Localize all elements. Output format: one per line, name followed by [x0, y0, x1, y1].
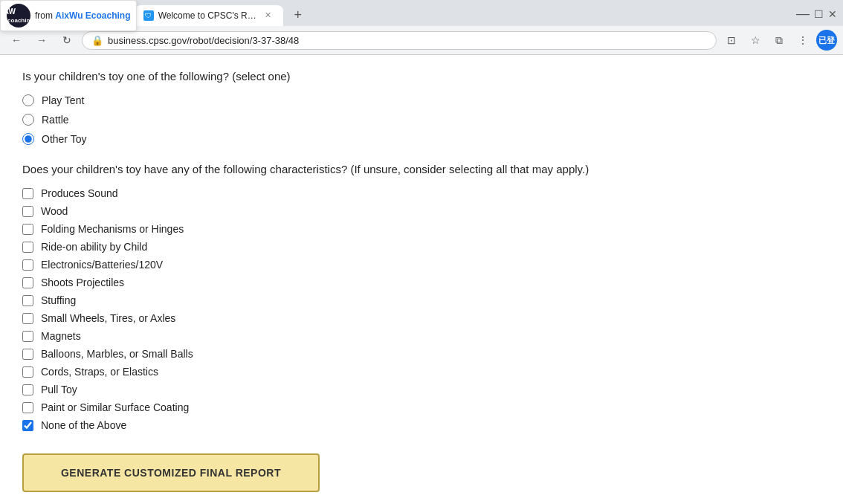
window-minimize[interactable]: —: [796, 6, 810, 22]
radio-other-toy[interactable]: [22, 133, 34, 145]
checkbox-label-cords: Cords, Straps, or Elastics: [41, 366, 158, 378]
checkbox-item-produces-sound[interactable]: Produces Sound: [22, 187, 647, 199]
checkbox-magnets[interactable]: [22, 331, 33, 342]
checkbox-paint[interactable]: [22, 402, 33, 413]
checkbox-item-wood[interactable]: Wood: [22, 205, 647, 217]
radio-label-rattle: Rattle: [42, 114, 69, 126]
page-content: Is your children's toy one of the follow…: [0, 55, 669, 504]
checkbox-pull-toy[interactable]: [22, 384, 33, 395]
checkbox-label-ride-on: Ride-on ability by Child: [41, 241, 147, 253]
checkbox-label-paint: Paint or Similar Surface Coating: [41, 401, 189, 413]
lock-icon: 🔒: [91, 35, 103, 46]
tab-cpsc-title: Welcome to CPSC's Regulatory R...: [158, 10, 258, 21]
checkbox-group-characteristics: Produces Sound Wood Folding Mechanisms o…: [22, 187, 647, 431]
forward-button[interactable]: →: [31, 30, 52, 51]
address-text: business.cpsc.gov/robot/decision/3-37-38…: [108, 35, 299, 46]
radio-rattle[interactable]: [22, 114, 34, 126]
checkbox-none[interactable]: [22, 420, 33, 431]
radio-group-toy-type: Play Tent Rattle Other Toy: [22, 94, 647, 145]
checkbox-label-wood: Wood: [41, 205, 68, 217]
window-close[interactable]: ✕: [828, 8, 837, 20]
checkbox-produces-sound[interactable]: [22, 188, 33, 199]
question2-title: Does your children's toy have any of the…: [22, 163, 647, 175]
checkbox-shoots[interactable]: [22, 277, 33, 288]
checkbox-ride-on[interactable]: [22, 242, 33, 253]
checkbox-item-none[interactable]: None of the Above: [22, 419, 647, 431]
checkbox-wood[interactable]: [22, 206, 33, 217]
radio-label-other-toy: Other Toy: [42, 133, 86, 145]
checkbox-small-wheels[interactable]: [22, 313, 33, 324]
checkbox-item-ride-on[interactable]: Ride-on ability by Child: [22, 241, 647, 253]
checkbox-folding[interactable]: [22, 224, 33, 235]
checkbox-item-small-wheels[interactable]: Small Wheels, Tires, or Axles: [22, 312, 647, 324]
back-button[interactable]: ←: [6, 30, 27, 51]
checkbox-label-small-wheels: Small Wheels, Tires, or Axles: [41, 312, 175, 324]
checkbox-electronics[interactable]: [22, 259, 33, 271]
checkbox-item-cords[interactable]: Cords, Straps, or Elastics: [22, 366, 647, 378]
tab-cpsc-favicon: 🛡: [143, 10, 154, 21]
toolbar-icons: ⊡ ☆ ⧉ ⋮ 已登: [721, 30, 837, 51]
tab-cpsc-close[interactable]: ✕: [262, 10, 274, 22]
radio-label-play-tent: Play Tent: [42, 94, 84, 106]
radio-item-play-tent[interactable]: Play Tent: [22, 94, 647, 106]
address-box[interactable]: 🔒 business.cpsc.gov/robot/decision/3-37-…: [82, 31, 717, 50]
checkbox-item-shoots[interactable]: Shoots Projectiles: [22, 277, 647, 288]
aixwu-tooltip: AWEcoaching from AixWu Ecoaching: [0, 0, 137, 31]
checkbox-cords[interactable]: [22, 366, 33, 378]
checkbox-label-magnets: Magnets: [41, 330, 81, 342]
profile-button[interactable]: 已登: [816, 30, 837, 51]
aixwu-logo: AWEcoaching: [7, 4, 30, 28]
checkbox-item-pull-toy[interactable]: Pull Toy: [22, 384, 647, 395]
tab-cpsc[interactable]: 🛡 Welcome to CPSC's Regulatory R... ✕: [135, 5, 283, 26]
checkbox-label-stuffing: Stuffing: [41, 294, 76, 306]
checkbox-item-folding[interactable]: Folding Mechanisms or Hinges: [22, 223, 647, 235]
checkbox-item-balloons[interactable]: Balloons, Marbles, or Small Balls: [22, 348, 647, 360]
checkbox-label-produces-sound: Produces Sound: [41, 187, 118, 199]
radio-play-tent[interactable]: [22, 94, 34, 106]
browser-chrome: AWEcoaching from AixWu Ecoaching 文 文 三家書…: [0, 0, 843, 55]
checkbox-label-shoots: Shoots Projectiles: [41, 277, 124, 288]
menu-icon[interactable]: ⋮: [792, 30, 813, 51]
bookmark-icon[interactable]: ☆: [745, 30, 766, 51]
checkbox-item-magnets[interactable]: Magnets: [22, 330, 647, 342]
extensions-icon[interactable]: ⧉: [769, 30, 789, 51]
checkbox-label-electronics: Electronics/Batteries/120V: [41, 259, 163, 271]
checkbox-label-none: None of the Above: [41, 419, 126, 431]
question1-title: Is your children's toy one of the follow…: [22, 70, 647, 83]
radio-item-rattle[interactable]: Rattle: [22, 114, 647, 126]
checkbox-label-pull-toy: Pull Toy: [41, 384, 77, 395]
reload-button[interactable]: ↻: [56, 30, 77, 51]
checkbox-item-electronics[interactable]: Electronics/Batteries/120V: [22, 259, 647, 271]
checkbox-stuffing[interactable]: [22, 295, 33, 306]
new-tab-button[interactable]: +: [288, 5, 309, 26]
aixwu-logo-text: AWEcoaching: [4, 7, 33, 24]
window-maximize[interactable]: ☐: [814, 8, 824, 20]
tooltip-text: from AixWu Ecoaching: [35, 10, 130, 21]
radio-item-other-toy[interactable]: Other Toy: [22, 133, 647, 145]
cast-icon[interactable]: ⊡: [721, 30, 742, 51]
checkbox-item-stuffing[interactable]: Stuffing: [22, 294, 647, 306]
checkbox-balloons[interactable]: [22, 349, 33, 360]
checkbox-item-paint[interactable]: Paint or Similar Surface Coating: [22, 401, 647, 413]
generate-report-button[interactable]: GENERATE CUSTOMIZED FINAL REPORT: [22, 453, 320, 492]
checkbox-label-balloons: Balloons, Marbles, or Small Balls: [41, 348, 193, 360]
checkbox-label-folding: Folding Mechanisms or Hinges: [41, 223, 184, 235]
